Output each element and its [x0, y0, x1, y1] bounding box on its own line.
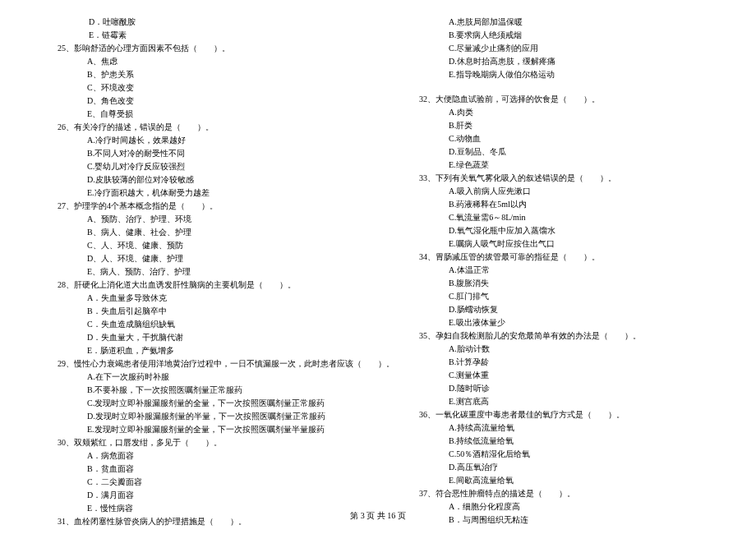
question-36: 36、一氧化碳重度中毒患者最佳的氧疗方式是（ ）。 — [419, 409, 707, 421]
option-a: A．失血量多导致休克 — [58, 292, 345, 304]
option-d: D、人、环境、健康、护理 — [58, 253, 345, 265]
option-d: D．满月面容 — [58, 490, 345, 501]
option-d: D．吐噻酰胺 — [58, 16, 345, 28]
option-e: E、自尊受损 — [58, 108, 345, 120]
option-c: C.发现时立即补服漏服剂量的全量，下一次按照医嘱剂量正常服药 — [58, 398, 345, 409]
option-b: B.持续低流量给氧 — [419, 435, 707, 447]
left-column: D．吐噻酰胺 E．链霉素 25、影响舒适的心理方面因素不包括（ ）。 A、焦虑 … — [0, 16, 378, 529]
option-a: A.吸入前病人应先漱口 — [419, 186, 707, 197]
spacer — [419, 82, 707, 94]
option-a: A.患肢局部加温保暖 — [419, 16, 707, 28]
option-c: C.氧流量需6～8L/min — [419, 212, 707, 223]
option-d: D.肠蠕动恢复 — [419, 304, 707, 315]
option-e: E.吸出液体量少 — [419, 317, 707, 329]
option-e: E.指导晚期病人做伯尔格运动 — [419, 69, 707, 81]
option-a: A.肉类 — [419, 107, 707, 118]
option-a: A.持续高流量给氧 — [419, 422, 707, 434]
option-e: E.绿色蔬菜 — [419, 159, 707, 171]
option-c: C、人、环境、健康、预防 — [58, 240, 345, 251]
option-e: E.间歇高流量给氧 — [419, 475, 707, 486]
option-b: B.不要补服，下一次按照医嘱剂量正常服药 — [58, 384, 345, 396]
option-d: D．失血量大，干扰脑代谢 — [58, 332, 345, 343]
option-b: B.计算孕龄 — [419, 357, 707, 368]
option-d: D.随时听诊 — [419, 383, 707, 394]
option-c: C.肛门排气 — [419, 291, 707, 302]
option-e: E．肠道积血，产氨增多 — [58, 345, 345, 357]
option-d: D.皮肤较薄的部位对冷较敏感 — [58, 174, 345, 186]
option-c: C.测量体重 — [419, 370, 707, 381]
question-28: 28、肝硬化上消化道大出血诱发肝性脑病的主要机制是（ ）。 — [58, 279, 345, 291]
option-b: B.不同人对冷的耐受性不同 — [58, 148, 345, 159]
option-e: E．链霉素 — [58, 30, 345, 41]
question-34: 34、胃肠减压管的拔管最可靠的指征是（ ）。 — [419, 251, 707, 263]
question-32: 32、大便隐血试验前，可选择的饮食是（ ）。 — [419, 94, 707, 105]
option-d: D.豆制品、冬瓜 — [419, 146, 707, 158]
option-a: A.冷疗时间越长，效果越好 — [58, 135, 345, 146]
option-b: B、护患关系 — [58, 69, 345, 81]
option-e: E.嘱病人吸气时应按住出气口 — [419, 238, 707, 250]
option-a: A.体温正常 — [419, 265, 707, 276]
right-column: A.患肢局部加温保暖 B.要求病人绝须戒烟 C.尽量减少止痛剂的应用 D.休息时… — [378, 16, 756, 529]
option-d: D.休息时抬高患肢，缓解疼痛 — [419, 56, 707, 67]
option-c: C.尽量减少止痛剂的应用 — [419, 43, 707, 54]
option-d: D.发现时立即补服漏服剂量的半量，下一次按照医嘱剂量正常服药 — [58, 411, 345, 422]
option-d: D、角色改变 — [58, 95, 345, 107]
page-footer: 第 3 页 共 16 页 — [0, 510, 756, 522]
question-33: 33、下列有关氧气雾化吸入的叙述错误的是（ ）。 — [419, 173, 707, 184]
option-b: B.腹胀消失 — [419, 278, 707, 289]
exam-page: D．吐噻酰胺 E．链霉素 25、影响舒适的心理方面因素不包括（ ）。 A、焦虑 … — [0, 0, 756, 529]
option-e: E.冷疗面积越大，机体耐受力越差 — [58, 187, 345, 199]
option-a: A.在下一次服药时补服 — [58, 371, 345, 383]
option-c: C.动物血 — [419, 133, 707, 145]
question-25: 25、影响舒适的心理方面因素不包括（ ）。 — [58, 43, 345, 54]
option-a: A、预防、治疗、护理、环境 — [58, 214, 345, 225]
option-c: C．失血造成脑组织缺氧 — [58, 319, 345, 330]
option-c: C．二尖瓣面容 — [58, 476, 345, 488]
option-b: B、病人、健康、社会、护理 — [58, 227, 345, 238]
option-a: A．病危面容 — [58, 450, 345, 462]
option-b: B.要求病人绝须戒烟 — [419, 30, 707, 41]
question-37: 37、符合恶性肿瘤特点的描述是（ ）。 — [419, 488, 707, 499]
question-26: 26、有关冷疗的描述，错误的是（ ）。 — [58, 122, 345, 133]
option-b: B．贫血面容 — [58, 463, 345, 475]
option-a: A、焦虑 — [58, 56, 345, 67]
option-e: E.测宫底高 — [419, 396, 707, 407]
option-a: A.胎动计数 — [419, 343, 707, 355]
option-c: C.婴幼儿对冷疗反应较强烈 — [58, 161, 345, 173]
option-c: C、环境改变 — [58, 82, 345, 94]
option-b: B．失血后引起脑卒中 — [58, 306, 345, 317]
option-e: E.发现时立即补服漏服剂量的全量，下一次按照医嘱剂量半量服药 — [58, 424, 345, 435]
option-d: D.高压氧治疗 — [419, 462, 707, 473]
option-b: B.肝类 — [419, 120, 707, 131]
question-30: 30、双颊紫红，口唇发绀，多见于（ ）。 — [58, 437, 345, 449]
option-b: B.药液稀释在5ml以内 — [419, 199, 707, 210]
question-35: 35、孕妇自我检测胎儿的安危最简单有效的办法是（ ）。 — [419, 330, 707, 342]
option-e: E、病人、预防、治疗、护理 — [58, 266, 345, 278]
option-d: D.氧气湿化瓶中应加入蒸馏水 — [419, 225, 707, 237]
option-c: C.50％酒精湿化后给氧 — [419, 449, 707, 460]
question-27: 27、护理学的4个基本概念指的是（ ）。 — [58, 200, 345, 212]
question-29: 29、慢性心力衰竭患者使用洋地黄治疗过程中，一日不慎漏服一次，此时患者应该（ ）… — [58, 358, 345, 370]
